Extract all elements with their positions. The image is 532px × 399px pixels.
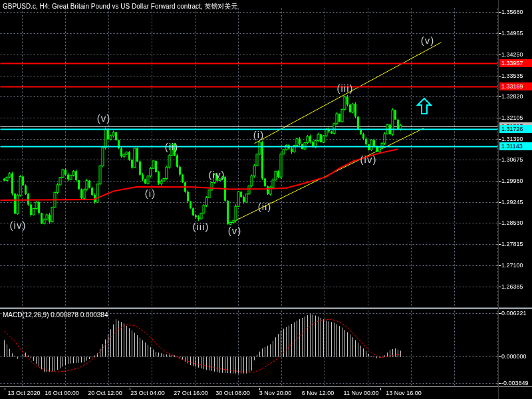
macd-timeaxis-separator [0,386,532,387]
macd-axis-label: 0.000000 [501,353,527,360]
price-axis-label: 1.28530 [501,219,523,226]
chart-macd-panel-separator[interactable] [0,308,532,309]
macd-axis-label: 0.006221 [501,310,527,317]
time-axis-label: 20 Oct 12:00 [88,390,122,396]
price-axis-label: 1.35680 [501,9,523,15]
chart-window: GBPUSD.c, H4: Great Britain Pound vs US … [0,0,532,399]
time-axis-label: 6 Nov 12:00 [302,390,334,396]
price-level-badge: 1.31143 [499,142,532,150]
price-axis-label: 1.33535 [501,72,523,79]
wave-label: (iii) [193,221,209,232]
time-axis-label: 3 Nov 20:00 [259,390,292,396]
price-axis-label: 1.29960 [501,178,523,184]
price-axis-label: 1.26385 [501,283,523,290]
time-axis-label: 27 Oct 16:00 [174,390,208,396]
wave-label: (v) [421,35,435,46]
time-axis-label: 13 Nov 16:00 [386,390,422,396]
up-arrow-icon[interactable] [415,96,432,116]
wave-label: (iii) [337,82,354,94]
wave-label: (ii) [165,141,179,152]
price-axis-label: 1.31390 [501,136,523,142]
price-axis-border [498,0,499,399]
time-axis-label: 16 Oct 00:00 [45,390,79,396]
chart-title: GBPUSD.c, H4: Great Britain Pound vs US … [3,2,237,11]
wave-label: (v) [228,225,242,236]
price-axis-label: 1.27100 [501,262,523,269]
price-axis-label: 1.34965 [501,30,523,37]
time-axis-label: 11 Nov 00:00 [344,390,379,396]
wave-label: (iv) [360,154,377,165]
macd-axis-label: -0.003849 [501,380,529,386]
wave-label: (ii) [258,201,272,212]
wave-label: (iv) [209,169,225,180]
price-axis-label: 1.29245 [501,199,523,205]
chart-canvas[interactable] [0,0,532,399]
wave-label: (i) [145,188,156,199]
wave-label: (iv) [10,219,27,231]
time-axis-label: 23 Oct 04:00 [130,390,165,396]
macd-indicator-label: MACD(12,26,9) 0.000878 0.000384 [3,311,108,319]
wave-label: (v) [97,112,111,124]
price-level-badge: 1.33169 [499,82,532,90]
wave-label: (i) [253,129,264,140]
price-axis-label: 1.34250 [501,51,523,58]
price-axis-label: 1.32820 [501,93,523,100]
price-level-badge: 1.33957 [499,59,532,67]
price-level-badge: 1.31726 [499,125,532,133]
time-axis-label: 30 Oct 08:00 [215,390,250,396]
time-axis-label: 13 Oct 2020 [7,390,40,396]
price-axis-label: 1.30675 [501,156,523,163]
price-axis-label: 1.27815 [501,241,523,247]
price-axis-label: 1.32105 [501,114,523,121]
